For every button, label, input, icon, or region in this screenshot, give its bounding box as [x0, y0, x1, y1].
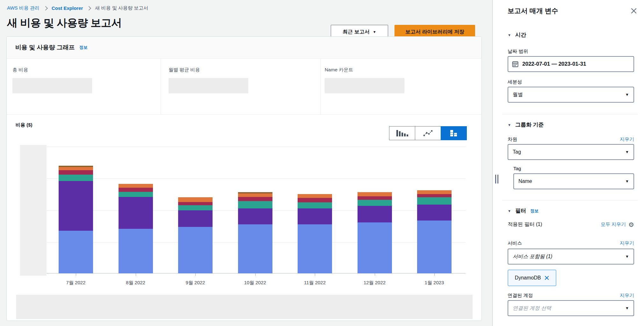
x-axis-label: 12월 2022	[349, 280, 400, 286]
service-clear-link[interactable]: 지우기	[620, 240, 634, 246]
x-axis-label: 9월 2022	[170, 280, 221, 286]
stat-avg-monthly-cost: 월별 평균 비용	[161, 59, 321, 114]
breadcrumb-cost-management[interactable]: AWS 비용 관리	[7, 5, 40, 11]
date-range-value: 2022-07-01 — 2023-01-31	[522, 61, 586, 67]
bar-segment-blue[interactable]	[298, 224, 332, 273]
bar-segment-crimson[interactable]	[358, 196, 392, 200]
bar-segment-teal[interactable]	[358, 200, 392, 206]
stacked-bar-chart-button[interactable]	[441, 126, 467, 140]
bar-segment-purple[interactable]	[298, 208, 332, 224]
triangle-down-icon: ▼	[508, 209, 511, 213]
dimension-clear-link[interactable]: 지우기	[620, 136, 634, 142]
bar-segment-teal[interactable]	[238, 201, 272, 209]
bar-segment-blue[interactable]	[358, 222, 392, 273]
bar-segment-blue[interactable]	[59, 231, 93, 274]
bar-segment-teal[interactable]	[298, 202, 332, 208]
linked-account-label-row: 연결된 계정 지우기	[508, 293, 634, 299]
bar-segment-teal[interactable]	[417, 197, 452, 205]
bar-segment-orange[interactable]	[59, 167, 93, 170]
bar-segment-blue[interactable]	[417, 221, 452, 273]
bar-segment-purple[interactable]	[178, 210, 213, 227]
chevron-right-icon	[87, 6, 91, 10]
applied-filters-row: 적용된 필터 (1) 모두 지우기 ⚙	[508, 221, 634, 228]
service-label-row: 서비스 지우기	[508, 240, 634, 246]
bar-segment-crimson[interactable]	[417, 194, 452, 197]
stats-row: 총 비용 월별 평균 비용 Name 카운트	[7, 59, 481, 115]
bar-segment-orange[interactable]	[358, 192, 392, 196]
bar-segment-crimson[interactable]	[119, 188, 153, 192]
bar-segment-crimson[interactable]	[238, 197, 272, 201]
linked-account-label: 연결된 계정	[508, 293, 533, 299]
gridline	[47, 178, 466, 179]
filter-section-toggle[interactable]: ▼ 필터 정보	[508, 207, 634, 214]
bar-segment-purple[interactable]	[417, 205, 452, 221]
bar-segment-purple[interactable]	[358, 206, 392, 222]
bar-segment-teal[interactable]	[59, 175, 93, 181]
x-axis-label: 7월 2022	[50, 280, 101, 286]
date-range-label: 날짜 범위	[508, 48, 634, 54]
granularity-select[interactable]: 월별 ▼	[508, 87, 634, 103]
panel-resize-handle[interactable]	[495, 175, 500, 185]
stacked-bar-chart-icon	[449, 129, 458, 137]
group-by-section-toggle[interactable]: ▼ 그룹화 기준	[508, 121, 634, 128]
x-axis-labels: 7월 20228월 20229월 202210월 202211월 202212월…	[20, 280, 466, 287]
calendar-icon	[512, 61, 518, 67]
bar-segment-crimson[interactable]	[59, 170, 93, 175]
tag-select[interactable]: Name ▼	[513, 173, 634, 189]
bar-segment-teal[interactable]	[119, 192, 153, 197]
x-axis-tick	[255, 273, 256, 276]
bar-segment-brown[interactable]	[59, 166, 93, 167]
line-chart-button[interactable]	[415, 126, 441, 140]
bar-segment-orange[interactable]	[417, 190, 452, 194]
bar-segment-blue[interactable]	[238, 224, 272, 273]
dimension-select[interactable]: Tag ▼	[508, 144, 634, 160]
chevron-down-icon: ▼	[625, 92, 629, 97]
bar-segment-orange[interactable]	[178, 197, 213, 202]
linked-account-select[interactable]: 연결된 계정 선택 ▼	[508, 300, 634, 316]
bar-segment-orange[interactable]	[238, 193, 272, 197]
service-token-dynamodb: DynamoDB	[508, 270, 556, 286]
token-dismiss-icon[interactable]	[545, 276, 549, 280]
time-section-toggle[interactable]: ▼ 시간	[508, 31, 634, 39]
bar-segment-teal[interactable]	[178, 205, 213, 211]
graph-info-link[interactable]: 정보	[79, 45, 88, 50]
filter-info-link[interactable]: 정보	[530, 208, 539, 214]
page-title: 새 비용 및 사용량 보고서	[7, 16, 122, 30]
close-icon[interactable]	[629, 6, 638, 15]
card-title: 비용 및 사용량 그래프	[15, 43, 75, 52]
bar-chart-button[interactable]	[389, 126, 415, 140]
line-chart-icon	[423, 130, 433, 137]
x-axis-tick	[136, 273, 136, 276]
panel-title: 보고서 매개 변수	[508, 6, 634, 15]
x-axis-label: 8월 2022	[110, 280, 161, 286]
linked-account-clear-link[interactable]: 지우기	[620, 293, 634, 299]
bar-segment-orange[interactable]	[298, 194, 332, 198]
stat-value-skeleton	[169, 78, 248, 93]
stat-name-count: Name 카운트	[321, 59, 481, 114]
group-by-section-title: 그룹화 기준	[515, 121, 544, 128]
bar-segment-crimson[interactable]	[298, 198, 332, 202]
stat-label: 월별 평균 비용	[169, 67, 321, 73]
x-axis-tick	[76, 273, 76, 276]
report-parameters-panel: 보고서 매개 변수 ▼ 시간 날짜 범위 2022-07-01 — 2023-0…	[492, 0, 644, 326]
x-axis-tick	[195, 273, 196, 276]
bar-segment-brown[interactable]	[238, 192, 272, 193]
y-axis-skeleton	[20, 145, 47, 276]
breadcrumb-cost-explorer[interactable]: Cost Explorer	[52, 5, 83, 11]
bar-segment-crimson[interactable]	[178, 202, 213, 205]
bar-segment-orange[interactable]	[119, 184, 153, 188]
bar-segment-blue[interactable]	[119, 229, 153, 273]
service-select[interactable]: 서비스 포함됨 (1) ▼	[508, 249, 634, 264]
bar-segment-purple[interactable]	[119, 197, 153, 229]
bar-segment-blue[interactable]	[178, 227, 213, 274]
bar-segment-purple[interactable]	[238, 208, 272, 224]
chevron-down-icon: ▼	[625, 254, 629, 259]
bar-segment-purple[interactable]	[59, 181, 93, 230]
chevron-down-icon: ▼	[373, 30, 376, 34]
bar-chart-icon	[396, 130, 408, 136]
date-range-input[interactable]: 2022-07-01 — 2023-01-31	[508, 56, 634, 72]
chart-plot	[20, 145, 466, 273]
x-axis-label: 10월 2022	[230, 280, 281, 286]
clear-all-link[interactable]: 모두 지우기	[601, 221, 626, 228]
gear-icon[interactable]: ⚙	[628, 221, 634, 228]
